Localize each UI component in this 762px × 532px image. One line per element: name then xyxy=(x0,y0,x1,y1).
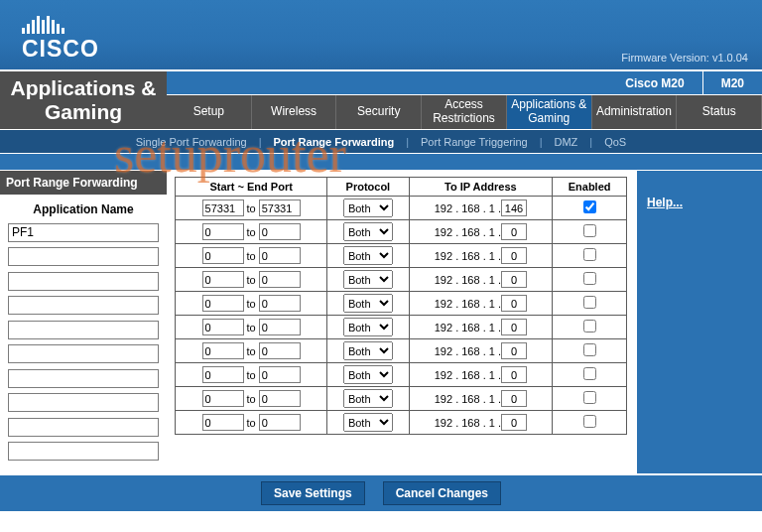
protocol-select-3[interactable]: Both xyxy=(343,270,393,289)
enabled-checkbox-6[interactable] xyxy=(583,343,596,356)
tab-wireless[interactable]: Wireless xyxy=(252,95,337,129)
start-port-input-4[interactable] xyxy=(202,295,244,312)
end-port-input-4[interactable] xyxy=(259,295,301,312)
ip-last-octet-input-2[interactable] xyxy=(501,247,527,264)
start-port-input-0[interactable] xyxy=(202,200,244,216)
start-port-input-3[interactable] xyxy=(202,271,244,288)
enabled-checkbox-9[interactable] xyxy=(583,415,596,428)
tab-security[interactable]: Security xyxy=(336,95,422,129)
button-row: Save Settings Cancel Changes xyxy=(0,473,762,511)
application-name-input-5[interactable] xyxy=(8,344,159,363)
rules-table: Start ~ End Port Protocol To IP Address … xyxy=(175,177,627,435)
to-label: to xyxy=(244,369,259,381)
tab-applications-gaming[interactable]: Applications & Gaming xyxy=(507,95,592,129)
protocol-select-1[interactable]: Both xyxy=(343,222,393,241)
save-settings-button[interactable]: Save Settings xyxy=(261,481,365,505)
tab-setup[interactable]: Setup xyxy=(167,95,252,129)
application-name-input-0[interactable] xyxy=(8,223,159,242)
ip-prefix: 192 . 168 . 1 . xyxy=(435,274,501,286)
ip-last-octet-input-1[interactable] xyxy=(501,223,527,240)
to-label: to xyxy=(244,202,259,214)
subtab-port-range-forwarding[interactable]: Port Range Forwarding xyxy=(274,136,395,148)
to-label: to xyxy=(244,298,259,310)
protocol-select-9[interactable]: Both xyxy=(343,413,393,432)
enabled-checkbox-7[interactable] xyxy=(583,367,596,380)
protocol-select-7[interactable]: Both xyxy=(343,365,393,384)
end-port-input-7[interactable] xyxy=(259,366,301,383)
application-name-input-3[interactable] xyxy=(8,296,159,315)
application-name-input-6[interactable] xyxy=(8,369,159,388)
ip-last-octet-input-4[interactable] xyxy=(501,295,527,312)
rule-row: toBoth192 . 168 . 1 . xyxy=(176,197,627,220)
col-protocol: Protocol xyxy=(327,178,409,197)
col-enabled: Enabled xyxy=(553,178,627,197)
start-port-input-2[interactable] xyxy=(202,247,244,264)
ip-prefix: 192 . 168 . 1 . xyxy=(435,202,501,214)
enabled-checkbox-8[interactable] xyxy=(583,391,596,404)
end-port-input-8[interactable] xyxy=(259,390,301,407)
subtab-dmz[interactable]: DMZ xyxy=(555,136,578,148)
application-name-input-1[interactable] xyxy=(8,247,159,266)
ip-last-octet-input-0[interactable] xyxy=(501,200,527,216)
ip-prefix: 192 . 168 . 1 . xyxy=(435,345,501,357)
enabled-checkbox-0[interactable] xyxy=(583,200,596,213)
cancel-changes-button[interactable]: Cancel Changes xyxy=(383,481,501,505)
protocol-select-0[interactable]: Both xyxy=(343,199,393,217)
rule-row: toBoth192 . 168 . 1 . xyxy=(176,268,627,292)
tab-status[interactable]: Status xyxy=(677,95,762,129)
help-link[interactable]: Help... xyxy=(647,196,683,209)
start-port-input-5[interactable] xyxy=(202,319,244,335)
ip-last-octet-input-9[interactable] xyxy=(501,414,527,431)
enabled-checkbox-4[interactable] xyxy=(583,296,596,309)
application-name-input-4[interactable] xyxy=(8,321,159,339)
start-port-input-8[interactable] xyxy=(202,390,244,407)
end-port-input-5[interactable] xyxy=(259,319,301,335)
application-name-input-7[interactable] xyxy=(8,393,159,412)
ip-last-octet-input-8[interactable] xyxy=(501,390,527,407)
protocol-select-8[interactable]: Both xyxy=(343,389,393,408)
protocol-select-5[interactable]: Both xyxy=(343,318,393,336)
start-port-input-7[interactable] xyxy=(202,366,244,383)
enabled-checkbox-1[interactable] xyxy=(583,224,596,237)
to-label: to xyxy=(244,345,259,357)
tab-access-restrictions[interactable]: Access Restrictions xyxy=(422,95,507,129)
application-name-input-2[interactable] xyxy=(8,272,159,291)
ip-last-octet-input-3[interactable] xyxy=(501,271,527,288)
protocol-select-4[interactable]: Both xyxy=(343,294,393,313)
enabled-checkbox-2[interactable] xyxy=(583,248,596,261)
end-port-input-6[interactable] xyxy=(259,342,301,359)
to-label: to xyxy=(244,274,259,286)
ip-last-octet-input-6[interactable] xyxy=(501,342,527,359)
ip-last-octet-input-7[interactable] xyxy=(501,366,527,383)
protocol-select-2[interactable]: Both xyxy=(343,246,393,265)
subtab-port-range-triggering[interactable]: Port Range Triggering xyxy=(421,136,528,148)
ip-prefix: 192 . 168 . 1 . xyxy=(435,250,501,262)
rule-row: toBoth192 . 168 . 1 . xyxy=(176,363,627,387)
end-port-input-3[interactable] xyxy=(259,271,301,288)
ip-last-octet-input-5[interactable] xyxy=(501,319,527,335)
enabled-checkbox-5[interactable] xyxy=(583,320,596,332)
ip-prefix: 192 . 168 . 1 . xyxy=(435,298,501,310)
subtab-single-port-forwarding[interactable]: Single Port Forwarding xyxy=(136,136,247,148)
rules-panel: Start ~ End Port Protocol To IP Address … xyxy=(167,171,635,473)
end-port-input-0[interactable] xyxy=(259,200,301,216)
to-label: to xyxy=(244,417,259,429)
protocol-select-6[interactable]: Both xyxy=(343,341,393,360)
to-label: to xyxy=(244,393,259,405)
rule-row: toBoth192 . 168 . 1 . xyxy=(176,339,627,363)
subtab-qos[interactable]: QoS xyxy=(604,136,626,148)
divider xyxy=(0,153,762,171)
start-port-input-9[interactable] xyxy=(202,414,244,431)
end-port-input-2[interactable] xyxy=(259,247,301,264)
start-port-input-6[interactable] xyxy=(202,342,244,359)
end-port-input-1[interactable] xyxy=(259,223,301,240)
end-port-input-9[interactable] xyxy=(259,414,301,431)
tab-administration[interactable]: Administration xyxy=(592,95,678,129)
application-name-input-9[interactable] xyxy=(8,442,159,461)
page-title: Applications & Gaming xyxy=(0,71,167,129)
enabled-checkbox-3[interactable] xyxy=(583,272,596,285)
header: CISCO Firmware Version: v1.0.04 xyxy=(0,0,762,71)
start-port-input-1[interactable] xyxy=(202,223,244,240)
col-ip: To IP Address xyxy=(409,178,553,197)
application-name-input-8[interactable] xyxy=(8,418,159,437)
